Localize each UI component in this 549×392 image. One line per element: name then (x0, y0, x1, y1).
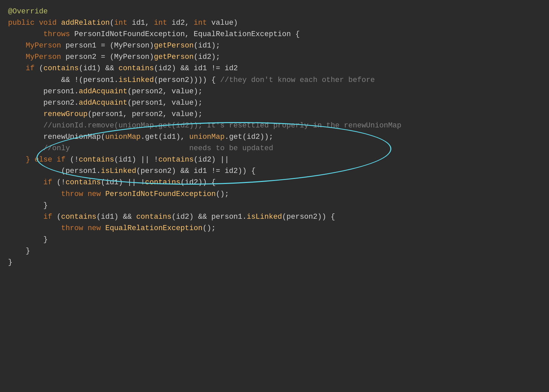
code-line-line20: throw new EqualRelationException(); (8, 223, 541, 234)
token: int (114, 19, 132, 27)
token: } else if (8, 156, 70, 164)
token: void (39, 19, 61, 27)
code-line-line8: person1.addAcquaint(person2, value); (8, 86, 541, 97)
token: (! (70, 156, 79, 164)
token: person1. (8, 87, 79, 96)
code-line-line2: public void addRelation(int id1, int id2… (8, 17, 541, 29)
token: needs to be updated (189, 144, 273, 153)
token: contains (66, 178, 101, 187)
token: (person2)))) { (154, 76, 220, 84)
token: unionMap (189, 133, 225, 141)
token: ) (233, 19, 238, 27)
token: (id1); (194, 41, 220, 50)
token: (person1, person2, value); (88, 110, 203, 118)
token (74, 144, 189, 153)
token: contains (136, 213, 172, 221)
token: person2 = (MyPerson) (66, 53, 154, 61)
token: MyPerson (8, 41, 66, 50)
token: int (154, 19, 172, 27)
token: , (145, 19, 154, 27)
token: (id1) && (79, 64, 119, 73)
token: contains (79, 156, 114, 164)
code-line-line4: MyPerson person1 = (MyPerson)getPerson(i… (8, 40, 541, 52)
token: //only (8, 144, 74, 153)
code-line-line19: if (contains(id1) && contains(id2) && pe… (8, 211, 541, 223)
token: } (8, 201, 48, 210)
token: (); (216, 190, 229, 198)
token: (id2) || (194, 156, 229, 164)
token: int (194, 19, 212, 27)
token: isLinked (247, 213, 282, 221)
token: person1 = (MyPerson) (66, 41, 154, 50)
token: EqualRelationException (105, 224, 202, 232)
code-line-line22: } (8, 246, 541, 257)
token: } (8, 258, 12, 267)
token: //they don't know each other before (220, 76, 375, 84)
token: (id1) || ! (114, 156, 158, 164)
code-line-line17: throw new PersonIdNotFoundException(); (8, 189, 541, 200)
token: if (8, 213, 57, 221)
code-line-line21: } (8, 234, 541, 246)
token: && !(person1. (8, 76, 119, 84)
token (8, 110, 44, 118)
token: contains (61, 213, 96, 221)
token: throws (8, 30, 74, 38)
token: public (8, 19, 39, 27)
code-line-line6: if (contains(id1) && contains(id2) && id… (8, 63, 541, 74)
token: MyPerson (8, 53, 66, 61)
token: (); (203, 224, 216, 232)
token: contains (44, 64, 79, 73)
token: renewUnionMap( (8, 133, 105, 141)
token: (id2); (194, 53, 220, 61)
code-line-line9: person2.addAcquaint(person1, value); (8, 97, 541, 109)
token: getPerson (154, 41, 194, 50)
token: (id1) || ! (101, 178, 145, 187)
token: } (8, 235, 48, 244)
code-line-line18: } (8, 200, 541, 211)
token: isLinked (119, 76, 154, 84)
token: id2 (172, 19, 185, 27)
code-lines: @Overridepublic void addRelation(int id1… (8, 6, 541, 268)
token: (person2)) { (282, 213, 335, 221)
token: id1 (132, 19, 145, 27)
token: (id1) && (96, 213, 136, 221)
code-line-line15: (person1.isLinked(person2) && id1 != id2… (8, 166, 541, 177)
token: if (8, 64, 39, 73)
token: person2. (8, 99, 79, 107)
code-line-line13: //only needs to be updated (8, 143, 541, 154)
token: (person1. (8, 167, 101, 175)
code-line-line12: renewUnionMap(unionMap.get(id1), unionMa… (8, 131, 541, 143)
token: .get(id2)); (225, 133, 273, 141)
code-line-line3: throws PersonIdNotFoundException, EqualR… (8, 29, 541, 40)
code-line-line7: && !(person1.isLinked(person2)))) { //th… (8, 75, 541, 86)
token: (person1, value); (127, 99, 202, 107)
token: contains (119, 64, 154, 73)
token: ( (39, 64, 43, 73)
token: , (185, 19, 193, 27)
token: (id2)) { (180, 178, 216, 187)
token: contains (145, 178, 180, 187)
token: isLinked (101, 167, 136, 175)
code-line-line23: } (8, 257, 541, 268)
token: contains (158, 156, 194, 164)
token: ( (110, 19, 114, 27)
token: addAcquaint (79, 99, 127, 107)
token: throw (8, 224, 88, 232)
token: (! (57, 178, 65, 187)
token: PersonIdNotFoundException (105, 190, 216, 198)
token: addRelation (61, 19, 109, 27)
code-line-line16: if (!contains(id1) || !contains(id2)) { (8, 177, 541, 188)
token: getPerson (154, 53, 194, 61)
code-line-line10: renewGroup(person1, person2, value); (8, 109, 541, 120)
code-line-line5: MyPerson person2 = (MyPerson)getPerson(i… (8, 52, 541, 63)
token: } (8, 247, 30, 255)
token: new (88, 190, 105, 198)
token: //unionId.remove(unionMap.get(id2)); It'… (8, 121, 401, 130)
token: addAcquaint (79, 87, 127, 96)
token: (person2) && id1 != id2)) { (136, 167, 255, 175)
code-line-line1: @Override (8, 6, 541, 17)
token: ( (57, 213, 61, 221)
token: (id2) && person1. (172, 213, 247, 221)
token: new (88, 224, 105, 232)
token: renewGroup (44, 110, 88, 118)
